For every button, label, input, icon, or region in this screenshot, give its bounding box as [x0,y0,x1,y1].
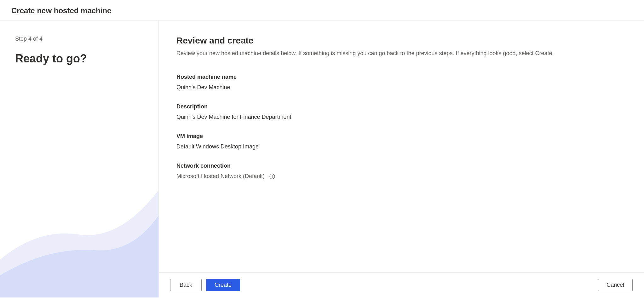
footer-left: Back Create [170,279,240,291]
field-value: Microsoft Hosted Network (Default) [176,173,626,180]
field-label: VM image [176,133,626,140]
content-wrapper: Step 4 of 4 Ready to go? Review and crea… [0,20,644,297]
info-icon[interactable] [269,173,275,180]
field-label: Hosted machine name [176,74,626,80]
back-button[interactable]: Back [170,279,202,291]
network-value-text: Microsoft Hosted Network (Default) [176,173,265,180]
main-title: Review and create [176,36,626,46]
create-button[interactable]: Create [206,279,240,291]
svg-point-1 [272,175,273,176]
field-label: Description [176,103,626,110]
field-description: Description Quinn's Dev Machine for Fina… [176,103,626,120]
field-hosted-machine-name: Hosted machine name Quinn's Dev Machine [176,74,626,91]
main-content: Review and create Review your new hosted… [176,36,626,297]
cancel-button[interactable]: Cancel [598,279,633,291]
field-value: Quinn's Dev Machine [176,84,626,91]
step-indicator: Step 4 of 4 [15,36,143,42]
footer-right: Cancel [598,279,633,291]
field-value: Quinn's Dev Machine for Finance Departme… [176,114,626,120]
wizard-footer: Back Create Cancel [159,272,644,297]
wave-decoration [0,171,158,297]
sidebar-heading: Ready to go? [15,52,143,65]
field-label: Network connection [176,163,626,169]
svg-rect-2 [272,176,273,178]
wizard-sidebar: Step 4 of 4 Ready to go? [0,20,159,297]
page-header: Create new hosted machine [0,0,644,20]
field-value: Default Windows Desktop Image [176,143,626,150]
field-vm-image: VM image Default Windows Desktop Image [176,133,626,150]
field-network-connection: Network connection Microsoft Hosted Netw… [176,163,626,180]
main-panel: Review and create Review your new hosted… [159,20,644,297]
page-title: Create new hosted machine [11,6,633,15]
main-description: Review your new hosted machine details b… [176,49,626,57]
